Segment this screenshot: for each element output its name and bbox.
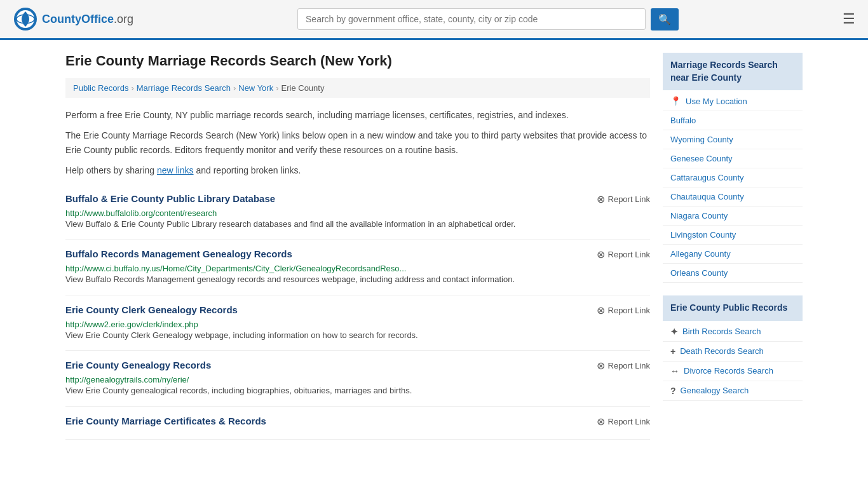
logo-icon xyxy=(13,6,38,32)
genealogy-icon: ? xyxy=(670,386,676,396)
result-item: Buffalo Records Management Genealogy Rec… xyxy=(65,240,650,295)
report-label: Report Link xyxy=(608,194,650,204)
result-title-0[interactable]: Buffalo & Erie County Public Library Dat… xyxy=(65,193,275,204)
report-icon: ⊗ xyxy=(597,248,605,261)
sidebar: Marriage Records Search near Erie County… xyxy=(663,53,803,440)
sidebar-item-nearby-3[interactable]: Cattaraugus County xyxy=(663,168,803,187)
report-link-3[interactable]: ⊗ Report Link xyxy=(597,360,650,372)
report-icon: ⊗ xyxy=(597,416,605,428)
nearby-link-7[interactable]: Allegany County xyxy=(670,249,731,259)
report-icon: ⊗ xyxy=(597,360,605,372)
sidebar-item-use-location[interactable]: 📍 Use My Location xyxy=(663,92,803,111)
public-records-header: Erie County Public Records xyxy=(663,295,803,321)
breadcrumb-new-york[interactable]: New York xyxy=(238,83,273,93)
result-url-0[interactable]: http://www.buffalolib.org/content/resear… xyxy=(65,208,217,218)
nearby-link-1[interactable]: Wyoming County xyxy=(670,135,733,144)
report-link-0[interactable]: ⊗ Report Link xyxy=(597,193,650,205)
logo: CountyOffice.org xyxy=(13,6,133,32)
logo-text: CountyOffice.org xyxy=(42,13,133,26)
breadcrumb-marriage-records[interactable]: Marriage Records Search xyxy=(137,83,231,93)
report-link-4[interactable]: ⊗ Report Link xyxy=(597,416,650,428)
main-container: Erie County Marriage Records Search (New… xyxy=(53,40,815,452)
search-input[interactable] xyxy=(297,8,646,30)
result-title-4[interactable]: Erie County Marriage Certificates & Reco… xyxy=(65,416,266,426)
report-label: Report Link xyxy=(608,361,650,370)
result-title-1[interactable]: Buffalo Records Management Genealogy Rec… xyxy=(65,248,292,259)
sidebar-item-nearby-1[interactable]: Wyoming County xyxy=(663,130,803,149)
nearby-link-2[interactable]: Genesee County xyxy=(670,154,733,163)
breadcrumb: Public Records › Marriage Records Search… xyxy=(65,78,650,98)
nearby-link-5[interactable]: Niagara County xyxy=(670,211,728,220)
description-p2: The Erie County Marriage Records Search … xyxy=(65,128,650,157)
sidebar-item-public-1[interactable]: + Death Records Search xyxy=(663,342,803,362)
hamburger-icon: ☰ xyxy=(843,11,855,27)
public-record-link-3[interactable]: Genealogy Search xyxy=(681,386,749,395)
result-desc-2: View Erie County Clerk Genealogy webpage… xyxy=(65,329,650,342)
nearby-section: Marriage Records Search near Erie County… xyxy=(663,53,803,283)
result-item: Erie County Genealogy Records ⊗ Report L… xyxy=(65,351,650,407)
result-title-3[interactable]: Erie County Genealogy Records xyxy=(65,360,211,370)
search-button[interactable]: 🔍 xyxy=(651,8,679,30)
result-title-2[interactable]: Erie County Clerk Genealogy Records xyxy=(65,304,238,315)
nearby-links-list: BuffaloWyoming CountyGenesee CountyCatta… xyxy=(663,111,803,283)
sidebar-item-nearby-7[interactable]: Allegany County xyxy=(663,245,803,264)
public-record-link-1[interactable]: Death Records Search xyxy=(680,346,764,356)
description-p1: Perform a free Erie County, NY public ma… xyxy=(65,108,650,122)
result-item: Erie County Marriage Certificates & Reco… xyxy=(65,407,650,440)
result-url-2[interactable]: http://www2.erie.gov/clerk/index.php xyxy=(65,320,198,329)
breadcrumb-erie-county: Erie County xyxy=(281,83,325,93)
report-icon: ⊗ xyxy=(597,304,605,316)
divorce-icon: ↔ xyxy=(670,366,679,376)
sidebar-item-public-3[interactable]: ? Genealogy Search xyxy=(663,381,803,401)
page-title: Erie County Marriage Records Search (New… xyxy=(65,53,650,69)
report-label: Report Link xyxy=(608,250,650,259)
nearby-link-6[interactable]: Livingston County xyxy=(670,230,736,240)
search-area: 🔍 xyxy=(297,8,679,30)
results-list: Buffalo & Erie County Public Library Dat… xyxy=(65,184,650,440)
report-link-2[interactable]: ⊗ Report Link xyxy=(597,304,650,316)
nearby-link-0[interactable]: Buffalo xyxy=(670,116,696,125)
result-item: Erie County Clerk Genealogy Records ⊗ Re… xyxy=(65,295,650,351)
sidebar-item-nearby-0[interactable]: Buffalo xyxy=(663,111,803,130)
result-desc-1: View Buffalo Records Management genealog… xyxy=(65,273,650,286)
hamburger-menu-button[interactable]: ☰ xyxy=(843,12,855,26)
breadcrumb-public-records[interactable]: Public Records xyxy=(73,83,128,93)
content-area: Erie County Marriage Records Search (New… xyxy=(65,53,650,440)
description-p3: Help others by sharing new links and rep… xyxy=(65,163,650,177)
sidebar-item-nearby-6[interactable]: Livingston County xyxy=(663,226,803,245)
result-desc-0: View Buffalo & Erie County Public Librar… xyxy=(65,218,650,231)
sidebar-item-nearby-4[interactable]: Chautauqua County xyxy=(663,187,803,207)
result-item: Buffalo & Erie County Public Library Dat… xyxy=(65,184,650,240)
report-label: Report Link xyxy=(608,306,650,315)
search-icon: 🔍 xyxy=(658,14,671,25)
report-link-1[interactable]: ⊗ Report Link xyxy=(597,248,650,261)
report-icon: ⊗ xyxy=(597,193,605,205)
sidebar-item-nearby-5[interactable]: Niagara County xyxy=(663,207,803,226)
public-records-links-list: ✦ Birth Records Search + Death Records S… xyxy=(663,322,803,401)
result-desc-3: View Erie County genealogical records, i… xyxy=(65,384,650,397)
nearby-link-4[interactable]: Chautauqua County xyxy=(670,192,744,201)
birth-icon: ✦ xyxy=(670,327,678,337)
sidebar-item-public-0[interactable]: ✦ Birth Records Search xyxy=(663,322,803,342)
public-records-section: Erie County Public Records ✦ Birth Recor… xyxy=(663,295,803,401)
nearby-header: Marriage Records Search near Erie County xyxy=(663,53,803,90)
nearby-link-3[interactable]: Cattaraugus County xyxy=(670,173,744,182)
public-record-link-0[interactable]: Birth Records Search xyxy=(682,327,761,336)
nearby-link-8[interactable]: Orleans County xyxy=(670,268,728,278)
sidebar-item-public-2[interactable]: ↔ Divorce Records Search xyxy=(663,362,803,381)
site-header: CountyOffice.org 🔍 ☰ xyxy=(0,0,868,40)
public-record-link-2[interactable]: Divorce Records Search xyxy=(684,366,773,376)
result-url-3[interactable]: http://genealogytrails.com/ny/erie/ xyxy=(65,375,189,384)
new-links-link[interactable]: new links xyxy=(157,165,194,175)
location-icon: 📍 xyxy=(670,96,681,106)
sidebar-item-nearby-2[interactable]: Genesee County xyxy=(663,149,803,168)
report-label: Report Link xyxy=(608,417,650,426)
death-icon: + xyxy=(670,346,675,356)
result-url-1[interactable]: http://www.ci.buffalo.ny.us/Home/City_De… xyxy=(65,264,406,273)
sidebar-item-nearby-8[interactable]: Orleans County xyxy=(663,264,803,283)
